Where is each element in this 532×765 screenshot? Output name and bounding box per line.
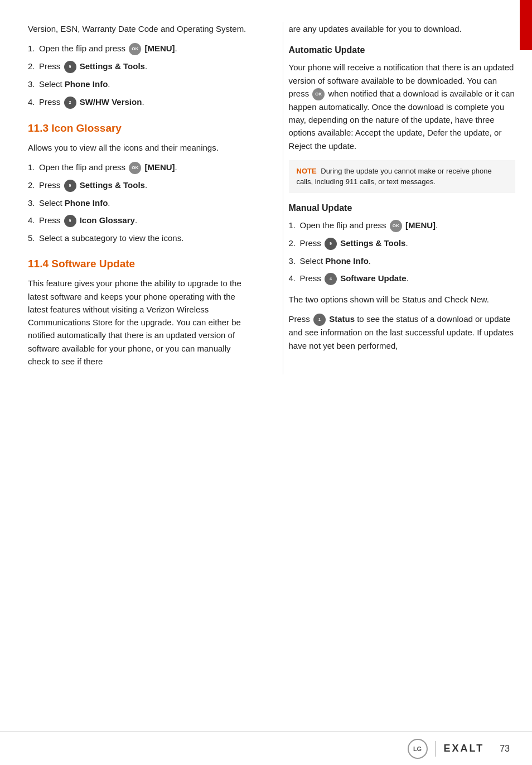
nine-button-icon: 9 [64,61,76,73]
automatic-update-body: Your phone will receive a notification t… [289,61,516,152]
section-11-4-body: This feature gives your phone the abilit… [28,277,255,368]
note-label: NOTE [297,167,317,175]
ok-button-icon: OK [129,162,141,174]
brand-label: EXALT [444,743,485,754]
section-11-4-heading: 11.4 Software Update [28,258,255,270]
footer: LG EXALT 73 [0,732,532,765]
list-item: 2. Press 9 Settings & Tools. [28,179,255,192]
one-button-icon: 1 [313,314,326,326]
list-item: 4. Press 2 SW/HW Version. [28,95,255,109]
section-11-3-body: Allows you to view all the icons and the… [28,141,255,154]
ok-button-icon: OK [390,220,402,232]
footer-logo: LG EXALT [408,739,485,759]
list-item: 3. Select Phone Info. [28,196,255,209]
ok-icon-inline: OK [312,88,325,100]
list-item: 1. Open the flip and press OK [MENU]. [289,219,516,232]
four-button-icon: 4 [325,273,337,285]
list-item: 1. Open the flip and press OK [MENU]. [28,42,255,55]
list-3: 1. Open the flip and press OK [MENU]. 2.… [289,219,516,285]
right-column: are any updates available for you to dow… [283,22,516,374]
list-item: 4. Press 9 Icon Glossary. [28,214,255,227]
three-button-icon: 2 [64,97,76,109]
manual-update-heading: Manual Update [289,203,516,213]
status-text-2: Press 1 Status to see the status of a do… [289,312,516,352]
list-item: 1. Open the flip and press OK [MENU]. [28,161,255,174]
left-column: Version, ESN, Warranty Date Code and Ope… [28,22,266,374]
page-number: 73 [500,744,510,754]
bookmark-tab [520,0,532,50]
footer-divider [436,741,436,757]
page-container: Version, ESN, Warranty Date Code and Ope… [0,0,532,765]
list-item: 2. Press 9 Settings & Tools. [28,60,255,73]
ok-button-icon: OK [129,43,141,55]
nine-del-button-icon: 9 [64,215,76,227]
content-area: Version, ESN, Warranty Date Code and Ope… [0,0,532,419]
status-text-1: The two options shown will be Status and… [289,293,516,306]
note-text: During the update you cannot make or rec… [297,167,492,186]
section-11-3-heading: 11.3 Icon Glossary [28,122,255,134]
note-box: NOTE During the update you cannot make o… [289,160,516,193]
list-2: 1. Open the flip and press OK [MENU]. 2.… [28,161,255,245]
automatic-update-heading: Automatic Update [289,45,516,55]
right-intro: are any updates available for you to dow… [289,22,516,35]
lg-label: LG [413,745,422,752]
list-1: 1. Open the flip and press OK [MENU]. 2.… [28,42,255,108]
list-item: 3. Select Phone Info. [289,254,516,267]
list-item: 4. Press 4 Software Update. [289,272,516,285]
list-item: 5. Select a subcategory to view the icon… [28,232,255,244]
list-item: 3. Select Phone Info. [28,78,255,90]
nine-button-icon: 9 [64,180,76,192]
lg-logo-icon: LG [408,739,428,759]
nine-button-icon: 9 [325,238,337,250]
list-item: 2. Press 9 Settings & Tools. [289,237,516,250]
intro-text: Version, ESN, Warranty Date Code and Ope… [28,22,255,35]
